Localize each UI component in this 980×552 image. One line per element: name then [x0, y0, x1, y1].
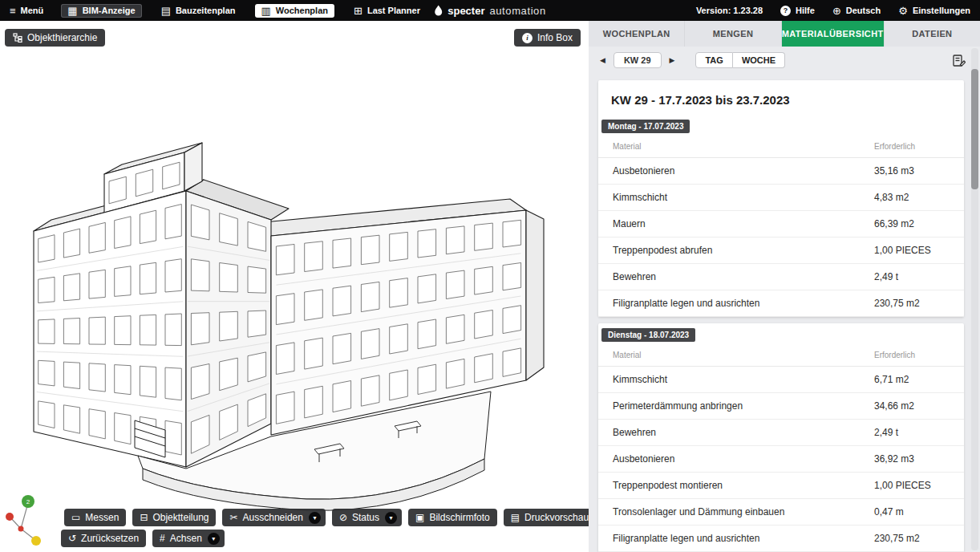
material-row[interactable]: Bewehren 2,49 t: [598, 420, 964, 446]
material-name: Treppenpodest montieren: [613, 480, 874, 491]
material-table: Material Erforderlich Kimmschicht 6,71 m…: [598, 343, 964, 552]
topbar-right: Version: 1.23.28 ? Hilfe ⊕ Deutsch ⚙ Ein…: [696, 6, 970, 16]
material-row[interactable]: Ausbetonieren 36,92 m3: [598, 446, 964, 473]
scrollbar-thumb[interactable]: [971, 69, 978, 189]
tab-material-bersicht[interactable]: MATERIALÜBERSICHT: [782, 21, 885, 47]
help-icon: ?: [780, 6, 791, 16]
scissors-icon: ✂: [229, 512, 237, 523]
nav-bauzeitenplan[interactable]: ▤ Bauzeitenplan: [155, 4, 242, 18]
tool-zur-cksetzen[interactable]: ↺ Zurücksetzen: [61, 530, 146, 547]
next-week-button[interactable]: ▶: [666, 55, 678, 66]
axis-gizmo-label: 2: [26, 498, 30, 505]
table-rows: Ausbetonieren 35,16 m3 Kimmschicht 4,83 …: [598, 158, 964, 317]
material-name: Ausbetonieren: [613, 453, 874, 465]
week-selector[interactable]: KW 29: [614, 52, 662, 68]
material-row[interactable]: Perimeterdämmung anbringen 34,66 m2: [598, 393, 964, 420]
tab-label: MATERIALÜBERSICHT: [782, 29, 884, 39]
material-required: 230,75 m2: [874, 298, 948, 309]
tab-wochenplan[interactable]: WOCHENPLAN: [589, 21, 685, 47]
info-icon: i: [522, 33, 533, 43]
nav-bim-anzeige[interactable]: ▦ BIM-Anzeige: [61, 4, 141, 18]
bim-icon: ▦: [67, 6, 77, 16]
axes-icon: #: [160, 533, 165, 544]
grid-icon: ⊞: [354, 6, 362, 16]
material-name: Tronsolenlager und Dämmung einbauen: [613, 506, 874, 518]
language-button[interactable]: ⊕ Deutsch: [832, 6, 881, 16]
split-icon: ⊟: [140, 512, 148, 523]
tab-mengen[interactable]: MENGEN: [685, 21, 781, 47]
toggle-woche[interactable]: WOCHE: [733, 52, 785, 68]
tab-dateien[interactable]: DATEIEN: [885, 21, 980, 47]
edit-note-icon: [952, 54, 966, 67]
info-box-button[interactable]: i Info Box: [514, 29, 581, 47]
material-row[interactable]: Ausbetonieren 35,16 m3: [598, 158, 964, 185]
material-row[interactable]: Bewehren 2,49 t: [598, 264, 964, 290]
tool-bildschirmfoto[interactable]: ▣ Bildschirmfoto: [408, 509, 497, 526]
print-icon: ▤: [511, 512, 520, 523]
scrollbar-track[interactable]: [971, 48, 978, 550]
material-row[interactable]: Mauern 66,39 m2: [598, 211, 964, 237]
tool-messen[interactable]: ▭ Messen: [64, 509, 126, 526]
material-required: 35,16 m3: [874, 165, 948, 177]
measure-icon: ▭: [71, 512, 80, 523]
prev-week-button[interactable]: ◀: [597, 55, 609, 66]
help-button[interactable]: ? Hilfe: [780, 6, 815, 16]
material-required: 0,47 m: [874, 506, 948, 518]
material-required: 2,49 t: [874, 271, 948, 282]
object-hierarchy-label: Objekthierarchie: [27, 32, 97, 43]
tool-achsen[interactable]: # Achsen ▾: [152, 530, 225, 547]
nav-wochenplan[interactable]: ▥ Wochenplan: [255, 4, 335, 18]
hierarchy-icon: [13, 33, 22, 43]
app: ≡ Menü ▦ BIM-Anzeige ▤ Bauzeitenplan ▥ W…: [0, 0, 980, 552]
material-name: Kimmschicht: [613, 374, 874, 385]
tool-ausschneiden[interactable]: ✂ Ausschneiden ▾: [222, 509, 325, 526]
day-card: Dienstag - 18.07.2023 Material Erforderl…: [598, 323, 964, 552]
material-required: 34,66 m2: [874, 400, 948, 412]
tool-druckvorschau[interactable]: ▤ Druckvorschau ▾: [504, 509, 589, 526]
column-header-required: Erforderlich: [874, 351, 948, 359]
material-name: Filigranplatte legen und ausrichten: [613, 298, 874, 309]
axis-gizmo[interactable]: 2: [3, 493, 47, 547]
material-row[interactable]: Treppenpodest montieren 1,00 PIECES: [598, 473, 964, 499]
menu-button[interactable]: ≡ Menü: [10, 6, 43, 16]
material-row[interactable]: Kimmschicht 4,83 m2: [598, 185, 964, 211]
material-name: Mauern: [613, 218, 874, 229]
material-row[interactable]: Treppenpodest abrufen 1,00 PIECES: [598, 237, 964, 264]
topbar-nav: ▦ BIM-Anzeige ▤ Bauzeitenplan ▥ Wochenpl…: [61, 4, 427, 18]
dropdown-icon[interactable]: ▾: [309, 512, 321, 524]
day-section: Dienstag - 18.07.2023 Material Erforderl…: [598, 323, 964, 552]
help-label: Hilfe: [796, 6, 815, 15]
camera-icon: ▣: [415, 512, 424, 523]
material-row[interactable]: Filigranplatte legen und ausrichten 230,…: [598, 290, 964, 317]
edit-note-button[interactable]: [952, 54, 966, 67]
material-required: 36,92 m3: [874, 453, 948, 465]
settings-button[interactable]: ⚙ Einstellungen: [898, 6, 970, 16]
material-name: Bewehren: [613, 271, 874, 282]
material-row[interactable]: Kimmschicht 6,71 m2: [598, 367, 964, 393]
topbar: ≡ Menü ▦ BIM-Anzeige ▤ Bauzeitenplan ▥ W…: [0, 0, 980, 21]
view-toggle: TAG WOCHE: [695, 52, 785, 68]
material-row[interactable]: Filigranplatte legen und ausrichten 230,…: [598, 526, 964, 552]
settings-label: Einstellungen: [913, 6, 970, 15]
nav-label: Bauzeitenplan: [176, 6, 236, 15]
material-required: 1,00 PIECES: [874, 480, 948, 491]
material-name: Ausbetonieren: [613, 165, 874, 177]
object-hierarchy-button[interactable]: Objekthierarchie: [5, 29, 105, 47]
tool-status[interactable]: ⊘ Status ▾: [332, 509, 402, 526]
week-card: KW 29 - 17.7.2023 bis 23.7.2023 Montag -…: [598, 80, 964, 317]
column-header-material: Material: [613, 142, 874, 151]
dropdown-icon[interactable]: ▾: [208, 533, 220, 545]
gear-icon: ⚙: [898, 6, 908, 16]
status-icon: ⊘: [339, 512, 347, 523]
material-row[interactable]: Tronsolenlager und Dämmung einbauen 0,47…: [598, 499, 964, 526]
brand-suffix: automation: [489, 5, 545, 17]
material-name: Kimmschicht: [613, 192, 874, 203]
tool-objektteilung[interactable]: ⊟ Objektteilung: [132, 509, 216, 526]
menu-icon: ≡: [10, 6, 16, 16]
dropdown-icon[interactable]: ▾: [385, 512, 397, 524]
nav-last-planner[interactable]: ⊞ Last Planner: [347, 4, 427, 18]
tool-label: Zurücksetzen: [81, 533, 139, 544]
3d-viewport[interactable]: Objekthierarchie i Info Box 2 ▭ Messen ⊟…: [0, 21, 589, 552]
table-rows: Kimmschicht 6,71 m2 Perimeterdämmung anb…: [598, 367, 964, 552]
toggle-tag[interactable]: TAG: [695, 52, 732, 68]
